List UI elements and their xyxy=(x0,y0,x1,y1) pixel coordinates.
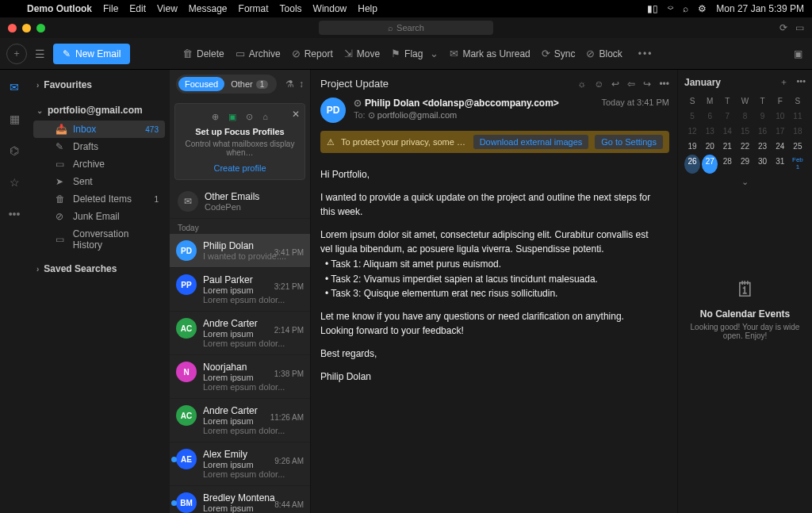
account-section[interactable]: ⌄portfolio@gmail.com xyxy=(29,100,170,121)
calendar-day[interactable]: 22 xyxy=(737,140,753,153)
delete-button[interactable]: 🗑Delete xyxy=(182,48,224,59)
calendar-day[interactable]: 23 xyxy=(755,140,771,153)
sort-icon[interactable]: ↕ xyxy=(299,78,304,90)
mark-unread-button[interactable]: ✉Mark as Unread xyxy=(450,48,530,59)
rail-calendar-icon[interactable]: ▦ xyxy=(5,109,24,128)
folder-drafts[interactable]: ✎Drafts xyxy=(33,138,165,155)
message-item[interactable]: BMBredley MontenaLorem ipsumLorem epsum … xyxy=(170,486,310,513)
wifi-icon[interactable]: ⌔ xyxy=(668,3,673,14)
sidebar-toggle-button[interactable]: ☰ xyxy=(35,48,45,60)
calendar-day[interactable]: 25 xyxy=(790,140,806,153)
folder-inbox[interactable]: 📥Inbox473 xyxy=(33,121,165,138)
app-name[interactable]: Demo Outlook xyxy=(27,3,92,14)
menubar-item[interactable]: Help xyxy=(358,3,377,14)
calendar-day[interactable]: 27 xyxy=(702,155,718,174)
folder-sent[interactable]: ➤Sent xyxy=(33,173,165,190)
message-item[interactable]: PDPhilip DolanI wanted to provide....3:4… xyxy=(170,234,310,268)
rail-mail-icon[interactable]: ✉ xyxy=(5,78,24,97)
calendar-day[interactable]: 20 xyxy=(702,140,718,153)
reading-pane-toggle[interactable]: ▣ xyxy=(794,48,802,59)
maximize-window-button[interactable] xyxy=(36,24,45,33)
calendar-more-icon[interactable]: ••• xyxy=(796,76,806,88)
rail-favorites-icon[interactable]: ☆ xyxy=(5,173,24,192)
move-button[interactable]: ⇲Move xyxy=(344,48,380,59)
tab-focused[interactable]: Focused xyxy=(178,77,224,91)
message-item[interactable]: ACAndre CarterLorem ipsumLorem epsum dol… xyxy=(170,312,310,355)
menubar-item[interactable]: Tools xyxy=(280,3,302,14)
emoji-icon[interactable]: ☺ xyxy=(594,78,603,90)
calendar-day[interactable]: 6 xyxy=(702,109,718,123)
calendar-day[interactable]: 9 xyxy=(755,109,771,123)
report-button[interactable]: ⊘Report xyxy=(292,48,333,59)
menubar-item[interactable]: Message xyxy=(189,3,228,14)
calendar-day[interactable]: 21 xyxy=(719,140,735,153)
message-item[interactable]: PPPaul ParkerLorem ipsumLorem epsum dolo… xyxy=(170,268,310,312)
calendar-day[interactable]: 11 xyxy=(790,109,806,123)
calendar-day[interactable]: 7 xyxy=(719,109,735,123)
rail-more-icon[interactable]: ••• xyxy=(5,205,24,224)
menubar-item[interactable]: View xyxy=(157,3,178,14)
close-icon[interactable]: ✕ xyxy=(292,109,300,120)
calendar-day[interactable]: 15 xyxy=(737,124,753,138)
reply-icon[interactable]: ↩ xyxy=(611,78,619,90)
calendar-day[interactable]: 14 xyxy=(719,124,735,138)
calendar-day[interactable]: 10 xyxy=(772,109,788,123)
other-emails-row[interactable]: ✉ Other Emails CodePen xyxy=(170,185,310,219)
block-button[interactable]: ⊘Block xyxy=(586,48,622,59)
search-input[interactable]: ⌕ Search xyxy=(319,21,493,35)
filter-icon[interactable]: ⚗ xyxy=(285,78,294,90)
rail-people-icon[interactable]: ⌬ xyxy=(5,141,24,160)
calendar-day[interactable]: 8 xyxy=(737,109,753,123)
add-event-icon[interactable]: ＋ xyxy=(779,76,788,88)
control-center-icon[interactable]: ⚙ xyxy=(698,3,707,14)
message-item[interactable]: NNoorjahanLorem ipsumLorem epsum dolor..… xyxy=(170,355,310,399)
tab-other[interactable]: Other1 xyxy=(224,77,274,91)
favourites-section[interactable]: ›Favourites xyxy=(29,75,170,95)
calendar-day[interactable]: Feb1 xyxy=(790,155,806,174)
saved-searches-section[interactable]: ›Saved Searches xyxy=(29,258,170,279)
close-window-button[interactable] xyxy=(8,24,17,33)
calendar-expand-icon[interactable]: ⌄ xyxy=(684,174,806,190)
folder-conversation-history[interactable]: ▭Conversation History xyxy=(33,225,165,254)
calendar-day[interactable]: 12 xyxy=(684,124,700,138)
calendar-day[interactable]: 24 xyxy=(772,140,788,153)
new-email-button[interactable]: ✎ New Email xyxy=(53,44,130,64)
download-images-button[interactable]: Download external images xyxy=(473,135,589,149)
calendar-day[interactable]: 31 xyxy=(772,155,788,174)
message-item[interactable]: ACAndre CarterLorem ipsumLorem epsum dol… xyxy=(170,399,310,442)
folder-archive[interactable]: ▭Archive xyxy=(33,155,165,173)
menubar-datetime[interactable]: Mon 27 Jan 5:39 PM xyxy=(716,3,804,14)
forward-icon[interactable]: ↪ xyxy=(643,78,651,90)
menubar-item[interactable]: Edit xyxy=(129,3,146,14)
calendar-day[interactable]: 28 xyxy=(719,155,735,174)
flag-button[interactable]: ⚑Flag⌄ xyxy=(391,48,439,59)
go-to-settings-button[interactable]: Go to Settings xyxy=(595,135,663,149)
calendar-day[interactable]: 19 xyxy=(684,140,700,153)
calendar-day[interactable]: 5 xyxy=(684,109,700,123)
folder-junk-email[interactable]: ⊘Junk Email xyxy=(33,208,165,225)
menubar-item[interactable]: Format xyxy=(239,3,269,14)
add-account-button[interactable]: ＋ xyxy=(6,44,27,64)
create-profile-link[interactable]: Create profile xyxy=(183,163,297,173)
calendar-day[interactable]: 13 xyxy=(702,124,718,138)
folder-deleted-items[interactable]: 🗑Deleted Items1 xyxy=(33,190,165,208)
menubar-item[interactable]: File xyxy=(103,3,118,14)
reply-all-icon[interactable]: ⇦ xyxy=(627,78,635,90)
sync-status-icon[interactable]: ⟳ xyxy=(779,22,787,33)
calendar-day[interactable]: 16 xyxy=(755,124,771,138)
more-actions-button[interactable]: ••• xyxy=(638,48,653,59)
calendar-day[interactable]: 30 xyxy=(755,155,771,174)
calendar-day[interactable]: 26 xyxy=(684,155,700,174)
email-more-icon[interactable]: ••• xyxy=(659,78,669,90)
spotlight-icon[interactable]: ⌕ xyxy=(683,3,688,14)
calendar-day[interactable]: 29 xyxy=(737,155,753,174)
brightness-icon[interactable]: ☼ xyxy=(577,78,586,90)
battery-icon[interactable]: ▮▯ xyxy=(647,3,658,14)
menubar-item[interactable]: Window xyxy=(313,3,347,14)
calendar-day[interactable]: 17 xyxy=(772,124,788,138)
calendar-day[interactable]: 18 xyxy=(790,124,806,138)
archive-button[interactable]: ▭Archive xyxy=(236,48,281,59)
minimize-window-button[interactable] xyxy=(22,24,31,33)
sync-button[interactable]: ⟳Sync xyxy=(542,48,576,59)
new-window-icon[interactable]: ▭ xyxy=(795,22,804,33)
